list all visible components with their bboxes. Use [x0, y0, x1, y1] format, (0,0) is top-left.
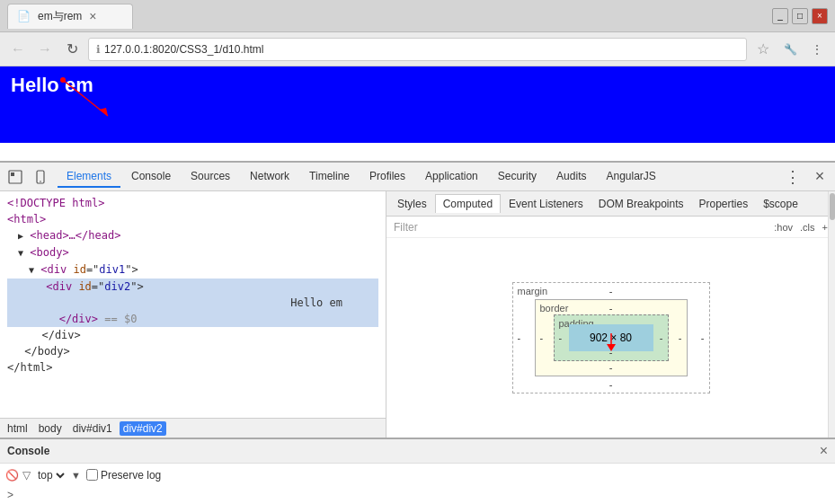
dom-line-div2-open[interactable]: <div id="div2"> — [7, 279, 378, 295]
dom-line-html-close: </html> — [7, 359, 378, 376]
console-context-select[interactable]: top — [34, 468, 67, 482]
border-right-val: - — [679, 332, 682, 343]
margin-left-val: - — [518, 332, 521, 343]
dom-line-head: ▶ <head>…</head> — [7, 227, 378, 244]
breadcrumb-div1[interactable]: div#div1 — [69, 421, 116, 436]
tab-timeline[interactable]: Timeline — [300, 166, 359, 188]
cls-filter-button[interactable]: .cls — [800, 222, 815, 233]
right-panel-tabs: Styles Computed Event Listeners DOM Brea… — [386, 191, 835, 217]
breadcrumb-body[interactable]: body — [35, 421, 66, 436]
menu-button[interactable]: ⋮ — [806, 39, 828, 60]
margin-bot-val: - — [609, 379, 613, 390]
tab-close-button[interactable]: × — [89, 9, 96, 23]
right-panel-scrollbar[interactable] — [828, 191, 835, 438]
border-top-val: - — [609, 303, 613, 314]
svg-rect-4 — [11, 172, 14, 176]
address-bar: ← → ↻ ℹ 127.0.0.1:8020/CSS3_1/d10.html ☆… — [0, 32, 835, 66]
right-tab-computed[interactable]: Computed — [435, 194, 501, 213]
console-drawer-header: Console × — [0, 438, 835, 463]
devtools-more-controls: ⋮ × — [781, 165, 831, 189]
page-icon: 📄 — [17, 10, 31, 22]
right-tab-event-listeners[interactable]: Event Listeners — [502, 195, 591, 213]
bookmark-button[interactable]: ☆ — [752, 39, 774, 60]
right-panel: Styles Computed Event Listeners DOM Brea… — [386, 191, 835, 438]
tab-audits[interactable]: Audits — [547, 166, 595, 188]
right-tab-dom-breakpoints[interactable]: DOM Breakpoints — [591, 195, 691, 213]
dom-panel: <!DOCTYPE html> <html> ▶ <head>…</head> … — [0, 191, 386, 438]
tab-security[interactable]: Security — [489, 166, 546, 188]
border-label: border — [540, 303, 569, 314]
devtools-close-button[interactable]: × — [808, 165, 831, 189]
right-tab-styles[interactable]: Styles — [390, 195, 434, 213]
margin-right-val: - — [701, 332, 705, 343]
dom-line-div1-close: </div> — [7, 327, 378, 343]
dom-line-div1: ▼ <div id="div1"> — [7, 261, 378, 279]
dom-line-hello-em: Hello em — [7, 295, 378, 311]
filter-actions: :hov .cls + — [774, 222, 828, 233]
extensions-button[interactable]: 🔧 — [779, 39, 801, 60]
margin-top-val: - — [609, 286, 613, 296]
svg-marker-8 — [607, 344, 616, 351]
breadcrumb-div2[interactable]: div#div2 — [120, 421, 166, 436]
tab-console[interactable]: Console — [122, 166, 180, 188]
device-mode-button[interactable] — [29, 165, 52, 189]
box-model-panel: margin - - - - border - - - - — [386, 238, 835, 438]
breadcrumb-bar: html body div#div1 div#div2 — [0, 418, 386, 438]
tab-profiles[interactable]: Profiles — [360, 166, 414, 188]
window-controls: _ □ × — [772, 8, 828, 24]
dom-tree: <!DOCTYPE html> <html> ▶ <head>…</head> … — [0, 191, 386, 418]
console-clear-button[interactable]: 🚫 — [5, 469, 19, 482]
maximize-button[interactable]: □ — [792, 8, 808, 24]
minimize-button[interactable]: _ — [772, 8, 788, 24]
annotation-arrow — [54, 75, 126, 129]
right-tab-scope[interactable]: $scope — [756, 195, 805, 213]
console-input-bar: 🚫 ▽ top ▼ Preserve log — [0, 463, 835, 486]
devtools-more-button[interactable]: ⋮ — [781, 165, 804, 189]
tab-angularjs[interactable]: AngularJS — [597, 166, 664, 188]
padding-box: padding - - - - 902 × 80 — [554, 314, 669, 361]
border-left-val: - — [540, 332, 544, 343]
devtools-toolbar: Elements Console Sources Network Timelin… — [0, 163, 835, 191]
dom-line-doctype: <!DOCTYPE html> — [7, 195, 378, 211]
tab-network[interactable]: Network — [241, 166, 298, 188]
preserve-log-checkbox[interactable] — [86, 469, 98, 481]
dom-line-div2-close[interactable]: </div> == $0 — [7, 311, 378, 327]
forward-button[interactable]: → — [34, 39, 56, 60]
address-input[interactable]: ℹ 127.0.0.1:8020/CSS3_1/d10.html — [88, 38, 747, 61]
reload-button[interactable]: ↻ — [61, 39, 83, 60]
close-button[interactable]: × — [812, 8, 828, 24]
padding-right-val: - — [660, 332, 663, 343]
scroll-thumb — [830, 193, 835, 220]
console-drawer-close[interactable]: × — [820, 443, 828, 459]
title-bar: 📄 em与rem × _ □ × — [0, 0, 835, 32]
browser-tab[interactable]: 📄 em与rem × — [7, 4, 133, 29]
margin-box: margin - - - - border - - - - — [512, 282, 710, 393]
dropdown-arrow-icon: ▼ — [71, 470, 81, 481]
svg-point-6 — [40, 181, 41, 182]
margin-label: margin — [518, 286, 548, 296]
svg-point-2 — [60, 77, 66, 83]
filter-placeholder: Filter — [394, 221, 418, 234]
tab-application[interactable]: Application — [416, 166, 487, 188]
hov-filter-button[interactable]: :hov — [774, 222, 793, 233]
console-filter-button[interactable]: ▽ — [22, 469, 31, 482]
console-drawer-title: Console — [7, 445, 49, 457]
console-prompt-icon: > — [7, 489, 13, 501]
tab-elements[interactable]: Elements — [58, 166, 120, 188]
border-box: border - - - - padding - - - - — [535, 299, 688, 376]
dom-line-body: ▼ <body> — [7, 244, 378, 261]
page-content: Hello em — [0, 66, 835, 161]
right-tab-properties[interactable]: Properties — [691, 195, 755, 213]
inspect-element-button[interactable] — [4, 165, 27, 189]
back-button[interactable]: ← — [7, 39, 29, 60]
dom-line-body-close: </body> — [7, 343, 378, 359]
breadcrumb-html[interactable]: html — [4, 421, 31, 436]
url-display: 127.0.0.1:8020/CSS3_1/d10.html — [104, 43, 263, 56]
tab-sources[interactable]: Sources — [182, 166, 239, 188]
devtools-panel: Elements Console Sources Network Timelin… — [0, 161, 835, 504]
padding-left-val: - — [559, 332, 563, 343]
console-prompt-line: > — [0, 486, 835, 504]
content-box: 902 × 80 — [569, 324, 653, 351]
preserve-log-label: Preserve log — [101, 469, 161, 482]
devtools-tabs: Elements Console Sources Network Timelin… — [58, 166, 665, 188]
